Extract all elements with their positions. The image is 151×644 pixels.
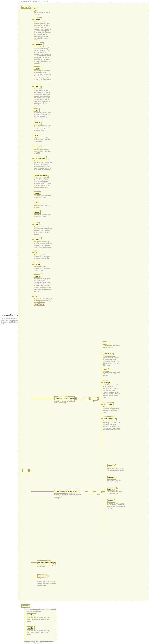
collapse-icon[interactable]: −: [78, 491, 80, 493]
expand-icon[interactable]: +: [114, 500, 116, 502]
card: 0..∞: [97, 494, 100, 495]
diagram-canvas: PersonAffiliationType − The type for an …: [0, 0, 151, 644]
collapse-icon[interactable]: −: [93, 491, 95, 493]
group-conceptrel[interactable]: ConceptRelationshipsGroup −: [54, 490, 78, 493]
collapse-icon[interactable]: −: [101, 491, 103, 493]
attr-roleuri-desc: A refinement of the semantics of the pro…: [34, 266, 52, 271]
expand-icon[interactable]: +: [108, 369, 110, 371]
elem-orgdetails-desc: A group of properties specific to an org…: [37, 564, 61, 568]
elem-hierarchyinfo[interactable]: hierarchyInfo+: [103, 417, 115, 420]
attr-id[interactable]: id: [34, 8, 37, 12]
elem-orgdetails[interactable]: organisationDetails+: [37, 561, 54, 564]
attr-custom-desc: If set to true the corresponding propert…: [34, 88, 52, 106]
elem-related[interactable]: related+: [107, 499, 114, 502]
attr-typeuri[interactable]: typeuri: [34, 238, 41, 241]
grp-timevalidity-desc: A group of attributes expressing the tim…: [25, 640, 53, 644]
attr-xmllang[interactable]: xml:lang: [34, 274, 42, 278]
attr-type[interactable]: type: [34, 223, 39, 226]
attr-howuri-desc: Indicates by which means the value was e…: [34, 124, 52, 132]
any-other-elem[interactable]: any ##other: [37, 574, 48, 578]
main-sequence[interactable]: −: [23, 469, 28, 472]
attr-dir[interactable]: dir: [34, 295, 38, 298]
attr-pubconstrainturi-desc: One or many constraints that apply to pu…: [34, 178, 52, 188]
expand-icon[interactable]: +: [111, 353, 114, 355]
elem-sameas[interactable]: sameAs+: [107, 464, 116, 468]
elem-narrower[interactable]: narrower+: [107, 488, 116, 491]
expand-icon[interactable]: +: [114, 418, 117, 420]
attr-creator-desc: If the property value is not defined, sp…: [34, 21, 52, 41]
elem-facet-desc: In NAR 1.8 and later, facet is deprecate…: [103, 384, 121, 398]
collapse-icon[interactable]: −: [89, 398, 91, 400]
attr-pubconstraint-desc: One or many constraints that apply to pu…: [34, 160, 52, 171]
attr-how[interactable]: how: [34, 108, 39, 112]
attr-literal-desc: A free-text value assigned as a property…: [34, 214, 52, 218]
attr-role[interactable]: role: [34, 251, 39, 254]
attributes-label: attributes: [23, 605, 29, 606]
expand-icon[interactable]: +: [116, 488, 118, 490]
attr-literal[interactable]: literal: [34, 210, 40, 214]
attr-type-desc: The type of the concept assigned as a co…: [34, 226, 52, 235]
card: 0..∞: [40, 578, 43, 580]
any-other-attr[interactable]: any ##other: [34, 302, 45, 306]
attr-qcode[interactable]: qcode: [34, 192, 41, 194]
attributes-box[interactable]: attributes −: [22, 6, 30, 9]
attr-pubconstraint[interactable]: pubconstraint: [34, 157, 46, 160]
attr-why[interactable]: why: [34, 134, 39, 137]
elem-definition[interactable]: definition+: [103, 352, 112, 355]
group-conceptdefinition[interactable]: ConceptDefinitionGroup −: [54, 396, 75, 400]
elem-note[interactable]: note+: [103, 368, 109, 371]
expand-icon[interactable]: +: [108, 382, 110, 384]
elem-remoteinfo[interactable]: remoteInfo+: [103, 403, 113, 406]
attr-uri[interactable]: uri: [34, 201, 38, 204]
attr-custom[interactable]: custom: [34, 85, 42, 88]
conceptrel-seq[interactable]: −: [88, 490, 93, 493]
root-name: PersonAffiliationType: [2, 314, 20, 316]
attr-roleuri[interactable]: roleuri: [34, 262, 41, 266]
expand-icon[interactable]: +: [115, 465, 117, 467]
elem-name[interactable]: name+: [103, 342, 109, 344]
grp-timevalidity-label: grp timeValidityAttributes: [26, 610, 42, 612]
collapse-icon[interactable]: −: [74, 398, 77, 400]
elem-hierarchyinfo-desc: Represents the position of a concept in …: [103, 420, 121, 431]
elem-name-desc: A natural language name for the concept.: [103, 345, 121, 348]
extension-label: FlexOrganisationPropType (extension): [19, 0, 48, 2]
attr-how-desc: Indicates by which means the value was e…: [34, 112, 52, 119]
attr-qcode-desc: A qualified code assigned as a property …: [34, 195, 52, 198]
attr-xmllang-desc: Specifies the language of this property …: [34, 278, 52, 292]
group-conceptdef-desc: A group of properties required to define…: [54, 400, 78, 404]
elem-sameas-desc: An identifier of a concept with equivale…: [107, 468, 125, 471]
attr-pubconstrainturi[interactable]: pubconstrainturi: [34, 174, 48, 177]
elem-remoteinfo-desc: A link to an item or a web resource whic…: [103, 406, 121, 414]
attr-creator[interactable]: creator: [34, 18, 41, 21]
elem-narrower-desc: An identifier of a more specific concept…: [107, 491, 125, 494]
attr-validto-desc: The date (and, optionally, the time) aft…: [27, 630, 51, 635]
attr-howuri[interactable]: howuri: [34, 121, 41, 124]
expand-icon[interactable]: +: [109, 342, 111, 344]
attr-id-desc: The local identifier of the property.: [34, 12, 52, 16]
attr-modified[interactable]: modified: [34, 66, 42, 70]
collapse-icon[interactable]: −: [29, 605, 31, 607]
attr-typeuri-desc: The type of the concept assigned as a co…: [34, 241, 52, 248]
collapse-icon[interactable]: −: [29, 6, 31, 9]
attributes-label: attributes: [23, 6, 29, 8]
collapse-icon[interactable]: −: [97, 398, 99, 400]
attr-why-desc: Why the metadata has been included - exp…: [34, 137, 52, 142]
attr-whyuri-desc: Why the metadata has been included - exp…: [34, 149, 52, 154]
expand-icon[interactable]: +: [113, 404, 115, 406]
expand-icon[interactable]: +: [53, 562, 56, 564]
attr-whyuri[interactable]: whyuri: [34, 145, 41, 148]
elem-related-desc: A related concept, where the relationshi…: [107, 502, 125, 510]
expand-icon[interactable]: +: [115, 477, 117, 479]
attributes-box-lower[interactable]: attributes −: [22, 604, 30, 607]
elem-facet[interactable]: facet+: [103, 381, 109, 384]
collapse-icon[interactable]: −: [28, 470, 30, 472]
conceptrel-seq2[interactable]: −: [96, 490, 102, 493]
attr-creatoruri[interactable]: creatoruri: [34, 43, 43, 46]
attr-validto[interactable]: validto: [27, 626, 34, 630]
conceptdef-sequence[interactable]: −: [84, 397, 89, 400]
attr-role-desc: A refinement of the semantics of the pro…: [34, 254, 52, 260]
conceptdef-seq2[interactable]: −: [92, 397, 98, 400]
elem-broader[interactable]: broader+: [107, 476, 115, 479]
attr-validfrom[interactable]: validfrom: [27, 613, 36, 616]
attr-creatoruri-desc: If the attribute is empty, specifies whi…: [34, 46, 52, 64]
